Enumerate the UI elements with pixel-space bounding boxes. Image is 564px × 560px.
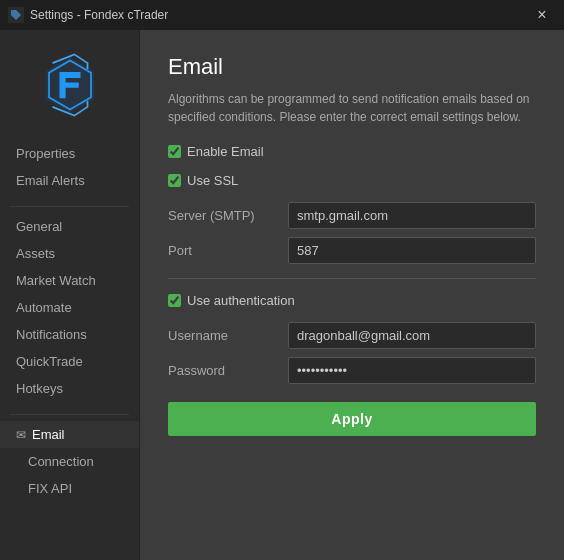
sidebar-divider-2 (10, 414, 129, 415)
use-auth-label[interactable]: Use authentication (187, 293, 295, 308)
page-title: Email (168, 54, 536, 80)
sidebar-item-assets-label: Assets (16, 246, 55, 261)
port-label: Port (168, 243, 288, 258)
use-ssl-row: Use SSL (168, 173, 536, 188)
sidebar-item-hotkeys-label: Hotkeys (16, 381, 63, 396)
form-divider (168, 278, 536, 279)
app-icon (8, 7, 24, 23)
sidebar-item-connection-label: Connection (28, 454, 94, 469)
use-ssl-label[interactable]: Use SSL (187, 173, 238, 188)
sidebar-divider-1 (10, 206, 129, 207)
page-description: Algorithms can be programmed to send not… (168, 90, 536, 126)
use-auth-checkbox[interactable] (168, 294, 181, 307)
sidebar-item-properties[interactable]: Properties (0, 140, 139, 167)
use-auth-row: Use authentication (168, 293, 536, 308)
sidebar-item-email-alerts-label: Email Alerts (16, 173, 85, 188)
password-row: Password (168, 357, 536, 384)
sidebar-item-email[interactable]: ✉ Email (0, 421, 139, 448)
sidebar: Properties Email Alerts General Assets M… (0, 30, 140, 560)
sidebar-item-email-label: Email (32, 427, 65, 442)
port-row: Port (168, 237, 536, 264)
sidebar-item-properties-label: Properties (16, 146, 75, 161)
username-input[interactable] (288, 322, 536, 349)
fondex-logo (35, 50, 105, 120)
apply-button[interactable]: Apply (168, 402, 536, 436)
sidebar-item-automate[interactable]: Automate (0, 294, 139, 321)
sidebar-item-automate-label: Automate (16, 300, 72, 315)
sidebar-group-2: General Assets Market Watch Automate Not… (0, 213, 139, 402)
sidebar-item-assets[interactable]: Assets (0, 240, 139, 267)
sidebar-item-fix-api[interactable]: FIX API (0, 475, 139, 502)
sidebar-item-quicktrade[interactable]: QuickTrade (0, 348, 139, 375)
content-panel: Email Algorithms can be programmed to se… (140, 30, 564, 560)
title-bar-text: Settings - Fondex cTrader (30, 8, 528, 22)
sidebar-group-1: Properties Email Alerts (0, 140, 139, 194)
sidebar-item-notifications-label: Notifications (16, 327, 87, 342)
sidebar-item-email-alerts[interactable]: Email Alerts (0, 167, 139, 194)
logo-area (0, 40, 139, 140)
password-input[interactable] (288, 357, 536, 384)
password-label: Password (168, 363, 288, 378)
sidebar-item-general-label: General (16, 219, 62, 234)
close-button[interactable]: × (528, 1, 556, 29)
port-input[interactable] (288, 237, 536, 264)
sidebar-item-hotkeys[interactable]: Hotkeys (0, 375, 139, 402)
sidebar-item-connection[interactable]: Connection (0, 448, 139, 475)
sidebar-item-quicktrade-label: QuickTrade (16, 354, 83, 369)
server-input[interactable] (288, 202, 536, 229)
username-label: Username (168, 328, 288, 343)
enable-email-checkbox[interactable] (168, 145, 181, 158)
server-row: Server (SMTP) (168, 202, 536, 229)
sidebar-item-market-watch[interactable]: Market Watch (0, 267, 139, 294)
server-label: Server (SMTP) (168, 208, 288, 223)
sidebar-item-general[interactable]: General (0, 213, 139, 240)
sidebar-item-notifications[interactable]: Notifications (0, 321, 139, 348)
sidebar-item-fix-api-label: FIX API (28, 481, 72, 496)
title-bar: Settings - Fondex cTrader × (0, 0, 564, 30)
use-ssl-checkbox[interactable] (168, 174, 181, 187)
sidebar-item-market-watch-label: Market Watch (16, 273, 96, 288)
enable-email-row: Enable Email (168, 144, 536, 159)
enable-email-label[interactable]: Enable Email (187, 144, 264, 159)
username-row: Username (168, 322, 536, 349)
email-icon: ✉ (16, 428, 26, 442)
